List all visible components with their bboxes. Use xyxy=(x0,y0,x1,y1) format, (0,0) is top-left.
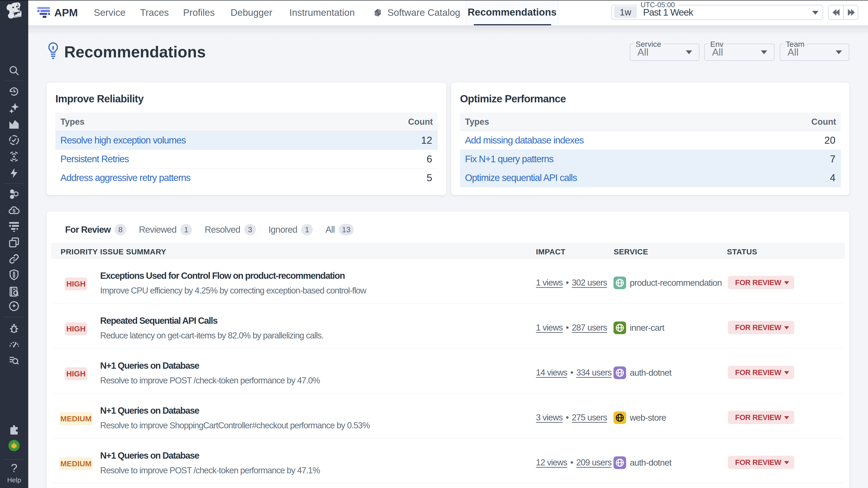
svg-text:$: $ xyxy=(13,207,16,214)
